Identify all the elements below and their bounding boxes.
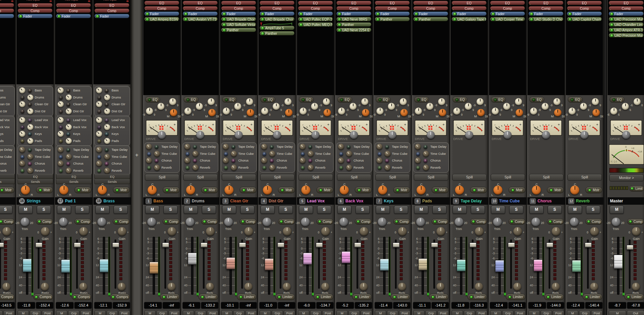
send-knob-chorus[interactable] [184,158,190,164]
master-assign-button[interactable]: Mstr [240,187,256,193]
eq-slot[interactable]: EQ [56,3,91,7]
track-name-bar[interactable] [0,197,16,205]
gain-knob[interactable] [79,227,88,236]
comp-slot[interactable]: Comp [221,6,256,10]
spill-button[interactable]: Spill [568,174,602,181]
spill-button[interactable]: Spill [529,174,563,181]
eq-high-knob[interactable] [477,98,484,105]
send-knob-drums[interactable] [104,94,110,101]
track-name-bar[interactable]: 17Pad 1 [55,197,93,205]
peak-readout[interactable]: -135.2 [355,302,372,309]
send-dest-knob[interactable] [66,89,70,92]
spill-button[interactable]: Spill [337,174,371,181]
fader-slot[interactable]: Fader [144,11,179,16]
send-dest-knob[interactable] [97,139,101,143]
peak-readout[interactable]: -inf [239,302,257,309]
send-dest-knob[interactable] [66,162,70,166]
gain-knob[interactable] [2,227,11,236]
bottom-grp-button[interactable]: Grp [195,310,206,315]
mute-button[interactable]: M [145,206,159,214]
trim-knob[interactable] [263,218,271,226]
gain-fader-cap[interactable] [74,242,81,248]
send-dest-knob[interactable] [105,89,109,92]
bottom-grp-button[interactable]: Grp [348,310,360,315]
eq-slot[interactable]: EQ [298,1,333,5]
master-assign-button[interactable]: Mstr [74,187,91,193]
send-knob-tape-delay[interactable] [184,144,190,150]
eq-button[interactable]: EQ [299,97,314,103]
comp-button[interactable]: Comp [0,219,14,225]
fader-db-readout[interactable]: -6.0 [298,302,316,309]
track-name-bar[interactable]: Master [608,197,644,205]
bottom-post-button[interactable]: Post [42,310,53,315]
plugin-slot[interactable]: Panther [336,22,371,27]
monitor-button[interactable]: Monitor > [609,174,644,181]
send-knob-drums[interactable] [27,94,33,101]
rels-knob[interactable] [321,283,329,291]
eq-low-knob[interactable] [530,108,537,115]
plugin-slot[interactable]: UAD Neve 88RS [336,17,371,21]
bottom-m-button[interactable]: M [567,310,578,315]
limiter-button[interactable]: Limiter [583,294,602,300]
peak-readout[interactable]: -inf [162,302,180,309]
trim-knob[interactable] [301,218,310,226]
limiter-button[interactable]: Limiter [275,294,295,300]
gain-knob[interactable] [41,227,50,236]
eq-mid-knob[interactable] [503,103,510,110]
spill-button[interactable]: Spill [491,174,525,181]
gain-fader-cap[interactable] [201,242,208,248]
send-dest-knob[interactable] [97,96,101,99]
trim-knob[interactable] [339,218,348,226]
send-dest-knob[interactable] [232,145,235,149]
eq-button[interactable]: EQ [376,97,391,103]
send-knob-chorus[interactable] [415,158,421,164]
eq-mid-knob[interactable] [542,103,549,110]
eq-high-knob[interactable] [361,98,368,105]
fader-cap[interactable] [149,262,159,274]
eq-button[interactable]: EQ [491,97,506,103]
master-assign-button[interactable]: Mstr [316,187,333,193]
mute-button[interactable]: M [299,206,313,214]
eq-mid-knob[interactable] [388,103,395,110]
bottom-grp-button[interactable]: Grp [579,310,590,315]
pan-knob[interactable] [378,185,387,195]
send-knob-chorus[interactable] [96,161,102,167]
limiter-button[interactable]: Limiter [544,294,564,300]
send-dest-knob[interactable] [28,132,32,136]
drive-knob[interactable] [273,131,281,139]
drive-knob[interactable] [465,131,473,139]
track-name-bar[interactable]: 11Chorus [527,197,565,205]
fader-slot[interactable]: Fader [413,11,448,16]
eq-slot[interactable]: EQ [221,1,256,5]
eq-slot[interactable]: EQ [183,1,218,5]
comp-slot[interactable]: Comp [18,8,53,13]
send-dest-knob[interactable] [424,145,427,149]
send-knob-tape-delay[interactable] [376,144,382,150]
send-knob-tape-delay[interactable] [19,147,25,153]
rels-knob[interactable] [632,283,640,291]
eq-high-knob[interactable] [246,98,253,105]
trim-knob[interactable] [224,218,233,226]
send-dest-knob[interactable] [378,166,381,170]
eq-rack-bar[interactable]: EQ [18,174,53,179]
send-knob-chorus[interactable] [261,158,267,164]
eq-slot[interactable]: EQ [528,1,563,5]
send-dest-knob[interactable] [21,96,24,99]
solo-button[interactable]: S [0,206,12,214]
eq-button[interactable]: EQ [184,97,198,103]
track-name-bar[interactable]: 12Reverb [566,197,604,205]
send-knob-chorus[interactable] [338,158,344,164]
send-knob-time-cube[interactable] [308,151,314,157]
pan-knob[interactable] [417,185,426,195]
bottom-grp-button[interactable]: Grp [425,310,437,315]
fader-slot[interactable]: Fader [567,11,602,16]
limiter-button[interactable]: Limiter [237,294,256,300]
bottom-m-button[interactable]: M [221,310,233,315]
send-knob-time-cube[interactable] [154,151,160,157]
send-dest-knob[interactable] [186,166,189,170]
eq-slot[interactable]: EQ [609,1,644,5]
gain-knob[interactable] [167,227,176,236]
bottom-grp-button[interactable]: Grp [464,310,475,315]
fader-slot[interactable]: Fader [609,11,644,16]
track-name-bar[interactable]: 6Back Vox [335,197,373,205]
